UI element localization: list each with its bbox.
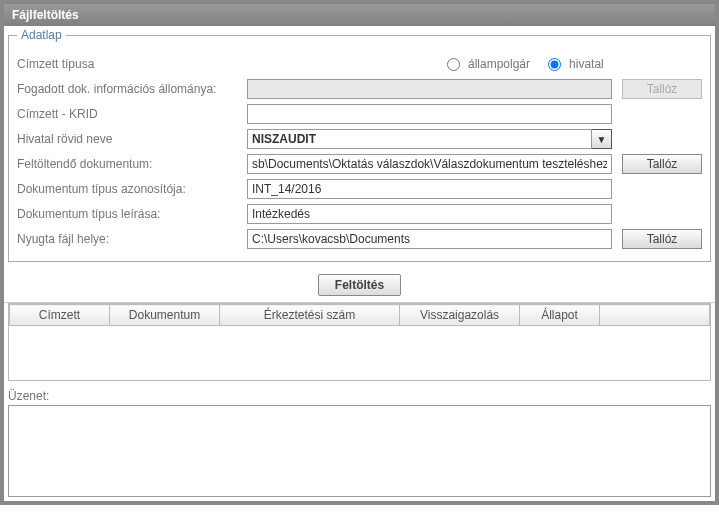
radio-hivatal[interactable]	[548, 58, 561, 71]
input-fogadott-dok	[247, 79, 612, 99]
label-hivatal-rovid: Hivatal rövid neve	[17, 132, 247, 146]
window: Fájlfeltöltés Adatlap Címzett típusa áll…	[0, 0, 719, 505]
upload-button[interactable]: Feltöltés	[318, 274, 401, 296]
row-cimzett-krid: Címzett - KRID	[17, 103, 702, 125]
upload-row: Feltöltés	[4, 268, 715, 303]
col-allapot[interactable]: Állapot	[520, 305, 600, 326]
row-cimzett-tipusa: Címzett típusa állampolgár hivatal	[17, 53, 702, 75]
label-feltoltendo: Feltöltendő dokumentum:	[17, 157, 247, 171]
chevron-down-icon: ▼	[597, 134, 607, 145]
cimzett-radio-group: állampolgár hivatal	[447, 57, 604, 71]
label-dok-tipus-leiras: Dokumentum típus leírása:	[17, 207, 247, 221]
results-table-area: Címzett Dokumentum Érkeztetési szám Viss…	[8, 303, 711, 381]
col-erkeztetesi[interactable]: Érkeztetési szám	[220, 305, 400, 326]
browse-fogadott-button: Tallóz	[622, 79, 702, 99]
input-nyugta-helye[interactable]	[247, 229, 612, 249]
row-fogadott-dok: Fogadott dok. információs állománya: Tal…	[17, 78, 702, 100]
adatlap-fieldset: Adatlap Címzett típusa állampolgár hivat…	[8, 28, 711, 262]
label-cimzett-krid: Címzett - KRID	[17, 107, 247, 121]
input-cimzett-krid[interactable]	[247, 104, 612, 124]
col-dokumentum[interactable]: Dokumentum	[110, 305, 220, 326]
browse-nyugta-button[interactable]: Tallóz	[622, 229, 702, 249]
browse-feltoltendo-button[interactable]: Tallóz	[622, 154, 702, 174]
label-cimzett-tipusa: Címzett típusa	[17, 57, 247, 71]
row-nyugta-helye: Nyugta fájl helye: Tallóz	[17, 228, 702, 250]
row-dok-tipus-leiras: Dokumentum típus leírása:	[17, 203, 702, 225]
input-hivatal-rovid[interactable]	[247, 129, 592, 149]
col-visszaigazolas[interactable]: Visszaigazolás	[400, 305, 520, 326]
window-title: Fájlfeltöltés	[12, 8, 79, 22]
col-cimzett[interactable]: Címzett	[10, 305, 110, 326]
row-feltoltendo: Feltöltendő dokumentum: Tallóz	[17, 153, 702, 175]
fieldset-legend: Adatlap	[17, 28, 66, 42]
label-fogadott-dok: Fogadott dok. információs állománya:	[17, 82, 247, 96]
col-empty	[600, 305, 710, 326]
results-table: Címzett Dokumentum Érkeztetési szám Viss…	[9, 304, 710, 326]
radio-allampolgar-text: állampolgár	[468, 57, 530, 71]
hivatal-dropdown-button[interactable]: ▼	[592, 129, 612, 149]
label-nyugta-helye: Nyugta fájl helye:	[17, 232, 247, 246]
input-feltoltendo[interactable]	[247, 154, 612, 174]
input-dok-tipus-leiras[interactable]	[247, 204, 612, 224]
message-box[interactable]	[8, 405, 711, 497]
row-hivatal-rovid: Hivatal rövid neve ▼	[17, 128, 702, 150]
message-label: Üzenet:	[8, 389, 711, 403]
label-dok-tipus-azon: Dokumentum típus azonosítója:	[17, 182, 247, 196]
input-dok-tipus-azon[interactable]	[247, 179, 612, 199]
radio-allampolgar[interactable]	[447, 58, 460, 71]
radio-allampolgar-label[interactable]: állampolgár	[447, 57, 530, 71]
message-section: Üzenet:	[8, 389, 711, 497]
radio-hivatal-label[interactable]: hivatal	[548, 57, 604, 71]
radio-hivatal-text: hivatal	[569, 57, 604, 71]
title-bar: Fájlfeltöltés	[4, 4, 715, 26]
row-dok-tipus-azon: Dokumentum típus azonosítója:	[17, 178, 702, 200]
content-area: Adatlap Címzett típusa állampolgár hivat…	[4, 28, 715, 497]
